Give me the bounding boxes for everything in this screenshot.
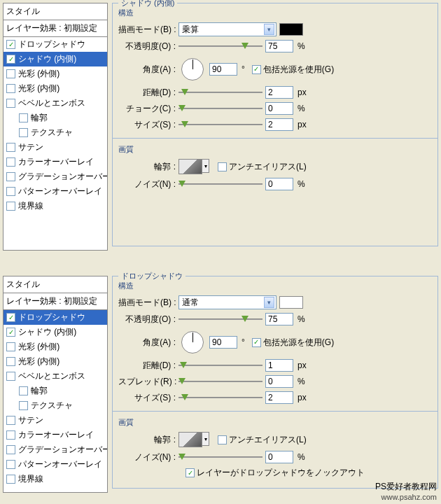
chevron-down-icon[interactable]: ▾ xyxy=(202,432,209,446)
opacity-input[interactable]: 75 xyxy=(265,40,293,52)
style-row[interactable]: ベベルとエンボス xyxy=(4,369,107,384)
style-label: テクスチャ xyxy=(31,400,73,412)
styles-default[interactable]: レイヤー効果 : 初期設定 xyxy=(4,293,107,310)
style-row[interactable]: 輪郭 xyxy=(4,384,107,398)
style-checkbox[interactable] xyxy=(6,99,15,108)
style-label: 光彩 (外側) xyxy=(18,341,59,353)
style-checkbox[interactable]: ✓ xyxy=(6,313,15,322)
knockout-checkbox[interactable]: ✓ xyxy=(186,468,195,477)
opacity-slider[interactable] xyxy=(178,314,262,324)
angle-input[interactable]: 90 xyxy=(209,336,237,349)
blend-mode-select[interactable]: 乗算 ▾ xyxy=(178,22,276,36)
antialias-checkbox[interactable] xyxy=(218,162,227,172)
opacity-input[interactable]: 75 xyxy=(265,313,293,326)
style-row[interactable]: グラデーションオーバーレイ xyxy=(4,169,107,184)
style-label: パターンオーバーレイ xyxy=(18,186,102,197)
size-input[interactable]: 2 xyxy=(265,391,293,404)
style-row[interactable]: ✓ドロップシャドウ xyxy=(4,310,107,325)
angle-dial[interactable] xyxy=(181,331,204,354)
style-checkbox[interactable] xyxy=(6,143,15,152)
style-checkbox[interactable] xyxy=(6,475,15,484)
style-row[interactable]: 境界線 xyxy=(4,199,107,214)
size-slider[interactable] xyxy=(178,393,262,402)
noise-slider[interactable] xyxy=(178,179,262,189)
style-label: 輪郭 xyxy=(31,112,48,124)
style-checkbox[interactable] xyxy=(6,202,15,211)
style-row[interactable]: 光彩 (内側) xyxy=(4,81,107,96)
distance-slider[interactable] xyxy=(178,88,262,97)
style-row[interactable]: サテン xyxy=(4,140,107,155)
spread-slider[interactable] xyxy=(178,377,262,386)
noise-input[interactable]: 0 xyxy=(265,178,293,190)
style-row[interactable]: パターンオーバーレイ xyxy=(4,184,107,199)
style-checkbox[interactable] xyxy=(19,401,28,410)
style-row[interactable]: サテン xyxy=(4,413,107,428)
global-light-checkbox[interactable]: ✓ xyxy=(252,338,261,347)
style-checkbox[interactable] xyxy=(19,386,28,396)
shadow-color-swatch[interactable] xyxy=(279,296,303,309)
style-row[interactable]: 光彩 (外側) xyxy=(4,340,107,354)
choke-slider[interactable] xyxy=(178,104,262,113)
style-row[interactable]: カラーオーバーレイ xyxy=(4,155,107,169)
style-checkbox[interactable] xyxy=(6,69,15,78)
style-row[interactable]: 境界線 xyxy=(4,472,107,486)
style-label: ベベルとエンボス xyxy=(18,97,85,109)
style-checkbox[interactable] xyxy=(6,172,15,181)
angle-label: 角度(A) : xyxy=(118,337,176,349)
style-row[interactable]: カラーオーバーレイ xyxy=(4,428,107,442)
distance-unit: px xyxy=(298,360,307,370)
style-checkbox[interactable] xyxy=(6,430,15,440)
style-checkbox[interactable] xyxy=(6,357,15,366)
contour-picker[interactable] xyxy=(178,432,202,447)
opacity-slider[interactable] xyxy=(178,41,262,51)
distance-label: 距離(D) : xyxy=(118,360,176,372)
shadow-color-swatch[interactable] xyxy=(279,23,303,36)
style-checkbox[interactable]: ✓ xyxy=(6,55,15,64)
style-row[interactable]: ✓シャドウ (内側) xyxy=(4,52,107,66)
style-checkbox[interactable] xyxy=(6,445,15,454)
opacity-unit: % xyxy=(298,41,305,51)
size-input[interactable]: 2 xyxy=(265,118,293,131)
chevron-down-icon[interactable]: ▾ xyxy=(202,159,209,173)
opacity-label: 不透明度(O) : xyxy=(118,41,176,52)
style-checkbox[interactable] xyxy=(6,372,15,381)
style-checkbox[interactable] xyxy=(6,342,15,351)
distance-input[interactable]: 1 xyxy=(265,359,293,372)
style-label: ベベルとエンボス xyxy=(18,370,85,382)
style-row[interactable]: 光彩 (内側) xyxy=(4,354,107,369)
style-checkbox[interactable] xyxy=(6,460,15,469)
style-row[interactable]: パターンオーバーレイ xyxy=(4,457,107,472)
distance-slider[interactable] xyxy=(178,360,262,370)
style-row[interactable]: ベベルとエンボス xyxy=(4,96,107,111)
style-checkbox[interactable] xyxy=(6,416,15,425)
noise-input[interactable]: 0 xyxy=(265,451,293,463)
style-row[interactable]: テクスチャ xyxy=(4,398,107,413)
style-checkbox[interactable]: ✓ xyxy=(6,328,15,337)
style-checkbox[interactable] xyxy=(19,128,28,137)
choke-label: チョーク(C) : xyxy=(118,103,176,115)
antialias-checkbox[interactable] xyxy=(218,435,227,444)
size-slider[interactable] xyxy=(178,120,262,130)
distance-input[interactable]: 2 xyxy=(265,86,293,99)
angle-input[interactable]: 90 xyxy=(209,63,237,76)
angle-dial[interactable] xyxy=(181,58,204,80)
noise-slider[interactable] xyxy=(178,452,262,462)
style-row[interactable]: グラデーションオーバーレイ xyxy=(4,442,107,457)
style-checkbox[interactable] xyxy=(6,187,15,196)
styles-default[interactable]: レイヤー効果 : 初期設定 xyxy=(4,20,107,37)
style-checkbox[interactable] xyxy=(6,84,15,93)
blend-mode-select[interactable]: 通常 ▾ xyxy=(178,295,276,309)
style-row[interactable]: テクスチャ xyxy=(4,125,107,140)
style-row[interactable]: ✓ドロップシャドウ xyxy=(4,37,107,52)
style-row[interactable]: ✓シャドウ (内側) xyxy=(4,325,107,340)
choke-input[interactable]: 0 xyxy=(265,102,293,115)
style-label: グラデーションオーバーレイ xyxy=(18,444,107,456)
style-row[interactable]: 光彩 (外側) xyxy=(4,66,107,81)
style-row[interactable]: 輪郭 xyxy=(4,111,107,125)
spread-input[interactable]: 0 xyxy=(265,375,293,388)
style-checkbox[interactable] xyxy=(19,113,28,122)
style-checkbox[interactable] xyxy=(6,158,15,167)
contour-picker[interactable] xyxy=(178,159,202,174)
global-light-checkbox[interactable]: ✓ xyxy=(252,65,261,74)
style-checkbox[interactable]: ✓ xyxy=(6,40,15,49)
